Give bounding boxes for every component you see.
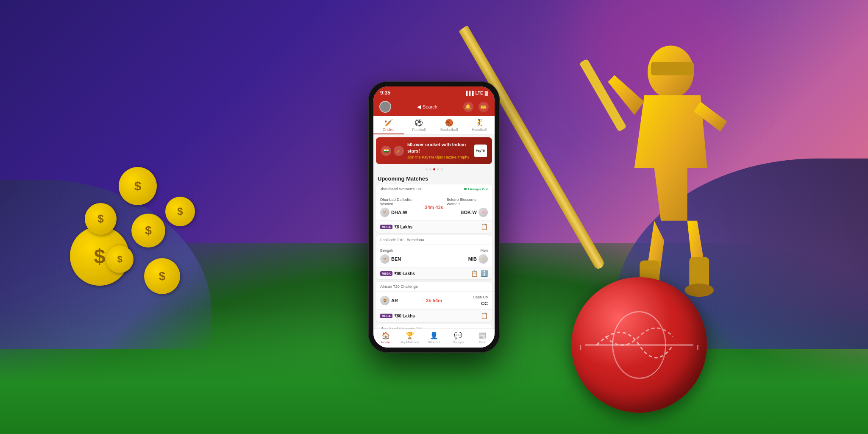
match-footer-2: MEGA ₹80 Lakhs 📋 ℹ️ xyxy=(376,267,492,279)
bottom-nav: 🏠 Home 🏆 My Matches 👤 Winners 💬 Groups 📰 xyxy=(373,328,495,348)
match-card-2[interactable]: FanCode T10 - Barcelona Bengali 🏏 BEN xyxy=(376,235,492,279)
tab-handball[interactable]: 🤾 Handball xyxy=(465,116,495,134)
nav-groups-label: Groups xyxy=(453,340,464,344)
nav-home[interactable]: 🏠 Home xyxy=(373,331,398,344)
match-footer-1: MEGA ₹8 Lakhs 📋 xyxy=(376,220,492,233)
mega-tag-2: MEGA xyxy=(380,271,392,276)
match-footer-3: MEGA ₹80 Lakhs 📋 xyxy=(376,309,492,322)
phone-frame: 9:35 ▐▐▐ LTE ▓ ◀ Search 🔔 💳 xyxy=(368,81,500,353)
dot-1 xyxy=(426,168,428,170)
footer-icons-2: 📋 ℹ️ xyxy=(471,270,488,277)
nav-bar: ◀ Search 🔔 💳 xyxy=(373,98,495,116)
coin-3: $ xyxy=(131,214,165,248)
match-timer-1: 24m 43s xyxy=(421,205,446,210)
basketball-icon: 🏀 xyxy=(445,119,453,127)
add-team-icon-3[interactable]: 📋 xyxy=(481,312,488,319)
tab-cricket[interactable]: 🏏 Cricket xyxy=(373,116,404,134)
football-icon: ⚽ xyxy=(415,119,423,127)
winners-icon: 👤 xyxy=(430,331,438,339)
team-code-row-away-2: MIB ⚡ xyxy=(468,254,488,264)
avatar[interactable] xyxy=(379,101,391,113)
match-teams-3: 🦁 AR 3h 54m Cape Co CC xyxy=(376,292,492,309)
home-icon: 🏠 xyxy=(381,331,390,339)
groups-icon: 💬 xyxy=(454,331,462,339)
team-name-home-2: Bengali xyxy=(380,248,393,253)
team-code-home-1: DHA-W xyxy=(391,210,407,215)
banner-text: 50-over cricket with Indian stars! Join … xyxy=(407,142,471,160)
prize-text-1: ₹8 Lakhs xyxy=(394,225,412,229)
nav-winners[interactable]: 👤 Winners xyxy=(422,331,446,344)
nav-groups[interactable]: 💬 Groups xyxy=(446,331,470,344)
team-away-3: Cape Co CC xyxy=(445,295,488,306)
match-league-1: Jharkhand Women's T20 xyxy=(380,187,422,191)
phone-mockup: 9:35 ▐▐▐ LTE ▓ ◀ Search 🔔 💳 xyxy=(368,81,500,353)
team-code-row-away-1: BOK-W 🌸 xyxy=(461,208,488,217)
match-header-1: Jharkhand Women's T20 Lineups Out xyxy=(376,184,492,194)
search-back-button[interactable]: ◀ Search xyxy=(417,104,437,110)
dot-2 xyxy=(429,168,431,170)
mega-tag-3: MEGA xyxy=(380,314,392,318)
team-name-home-1: Dhanbad Daffodils Women xyxy=(380,198,421,206)
lineup-status-1: Lineups Out xyxy=(468,187,488,191)
team-name-away-3: Cape Co xyxy=(473,295,488,299)
team-code-row-away-3: CC xyxy=(481,301,488,306)
phone-screen: 9:35 ▐▐▐ LTE ▓ ◀ Search 🔔 💳 xyxy=(373,86,495,348)
team-code-away-1: BOK-W xyxy=(461,210,477,215)
prize-text-2: ₹80 Lakhs xyxy=(394,271,415,276)
team-home-3: 🦁 AR xyxy=(380,296,423,305)
team-logo-away-2: ⚡ xyxy=(479,254,488,264)
coin-5: $ xyxy=(165,197,195,226)
notification-button[interactable]: 🔔 xyxy=(463,102,473,112)
team-code-home-2: BEN xyxy=(391,256,401,262)
dot-3 xyxy=(433,168,435,170)
coin-7: $ xyxy=(144,258,180,294)
coin-6: $ xyxy=(106,245,134,273)
match-header-3: African T20 Challenge xyxy=(376,282,492,292)
match-card-4[interactable]: Jharkhand Women's T20 Dumka Daisies Wome… xyxy=(376,324,492,328)
prize-badge-3: MEGA ₹80 Lakhs xyxy=(380,314,415,318)
match-card-1[interactable]: Jharkhand Women's T20 Lineups Out Dhanba… xyxy=(376,184,492,233)
nav-my-matches-label: My Matches xyxy=(401,340,419,344)
info-icon-2[interactable]: ℹ️ xyxy=(481,270,488,277)
nav-feed-label: Feed xyxy=(479,340,486,344)
status-bar: 9:35 ▐▐▐ LTE ▓ xyxy=(373,86,495,98)
back-arrow-icon: ◀ xyxy=(417,104,421,110)
add-team-icon-2[interactable]: 📋 xyxy=(471,270,478,277)
team-away-1: Bokaro Blossoms Women BOK-W 🌸 xyxy=(447,198,488,217)
nav-home-label: Home xyxy=(381,340,390,344)
team-name-away-1: Bokaro Blossoms Women xyxy=(447,198,488,206)
wallet-button[interactable]: 💳 xyxy=(479,102,489,112)
match-league-2: FanCode T10 - Barcelona xyxy=(380,238,424,242)
banner-dots xyxy=(373,167,495,172)
prize-text-3: ₹80 Lakhs xyxy=(394,314,415,318)
sports-tabs: 🏏 Cricket ⚽ Football 🏀 Basketball 🤾 Hand… xyxy=(373,116,495,135)
status-time: 9:35 xyxy=(380,90,390,96)
match-card-3[interactable]: African T20 Challenge 🦁 AR 3h 54m Cape C… xyxy=(376,282,492,322)
svg-rect-1 xyxy=(651,62,694,75)
team-logo-home-1: 🏏 xyxy=(380,208,389,217)
tab-football[interactable]: ⚽ Football xyxy=(404,116,434,134)
banner-team-icon1: 🇮🇳 xyxy=(381,146,391,156)
lineup-badge-1: Lineups Out xyxy=(464,187,488,191)
match-timer-3: 3h 54m xyxy=(423,298,445,303)
tab-football-label: Football xyxy=(412,128,426,132)
main-scroll-area[interactable]: 🇮🇳 🏏 50-over cricket with Indian stars! … xyxy=(373,135,495,328)
tab-basketball[interactable]: 🏀 Basketball xyxy=(434,116,465,134)
team-code-row-home-3: 🦁 AR xyxy=(380,296,398,305)
prize-badge-2: MEGA ₹80 Lakhs xyxy=(380,271,415,276)
signal-bars-icon: ▐▐▐ xyxy=(465,91,473,95)
nav-feed[interactable]: 📰 Feed xyxy=(470,331,495,344)
team-logo-away-1: 🌸 xyxy=(479,208,488,217)
battery-icon: ▓ xyxy=(485,91,488,95)
team-name-away-2: Men xyxy=(480,248,488,253)
nav-my-matches[interactable]: 🏆 My Matches xyxy=(398,331,422,344)
match-header-4: Jharkhand Women's T20 xyxy=(376,324,492,328)
team-home-2: Bengali 🏏 BEN xyxy=(380,248,431,264)
team-code-away-2: MIB xyxy=(468,256,477,262)
lte-label: LTE xyxy=(476,91,483,95)
promo-banner[interactable]: 🇮🇳 🏏 50-over cricket with Indian stars! … xyxy=(376,137,492,164)
add-team-icon-1[interactable]: 📋 xyxy=(481,223,488,230)
coin-2: $ xyxy=(119,167,157,205)
match-header-2: FanCode T10 - Barcelona xyxy=(376,235,492,245)
cricket-icon: 🏏 xyxy=(384,119,393,127)
